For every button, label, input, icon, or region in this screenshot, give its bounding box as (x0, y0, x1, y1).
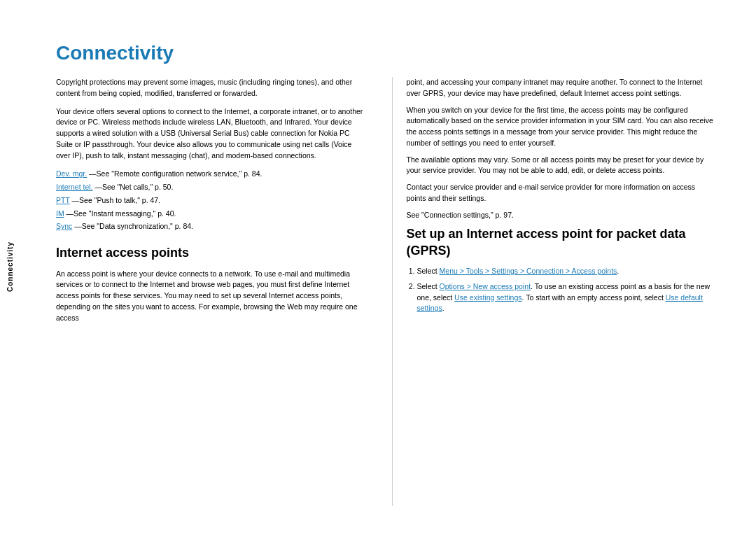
link-ptt-text: —See "Push to talk," p. 47. (72, 196, 161, 204)
side-tab-label: Connectivity (6, 241, 14, 292)
link-internet-tel: Internet tel. —See "Net calls," p. 50. (56, 181, 364, 193)
link-sync-text: —See "Data synchronization," p. 84. (74, 222, 193, 230)
link-ptt: PTT —See "Push to talk," p. 47. (56, 195, 364, 206)
right-para-4: Contact your service provider and e-mail… (407, 182, 715, 204)
right-para-3: The available options may vary. Some or … (407, 155, 715, 177)
page-container: Connectivity Connectivity Copyright prot… (0, 0, 756, 534)
gprs-step-2-link-options[interactable]: Options > New access point (440, 282, 531, 290)
gprs-step-1-link[interactable]: Menu > Tools > Settings > Connection > A… (440, 267, 617, 275)
two-column-layout: Copyright protections may prevent some i… (56, 77, 714, 506)
section-internet-access-title: Internet access points (56, 245, 364, 261)
link-dev-mgr: Dev. mgr. —See "Remote configuration net… (56, 168, 364, 180)
link-ptt-label[interactable]: PTT (56, 196, 70, 204)
link-dev-mgr-label[interactable]: Dev. mgr. (56, 169, 87, 178)
link-internet-tel-text: —See "Net calls," p. 50. (94, 183, 173, 191)
gprs-step-1: Select Menu > Tools > Settings > Connect… (417, 266, 715, 277)
link-im: IM —See "Instant messaging," p. 40. (56, 208, 364, 220)
gprs-steps: Select Menu > Tools > Settings > Connect… (407, 266, 715, 314)
link-im-text: —See "Instant messaging," p. 40. (66, 209, 176, 218)
left-column: Copyright protections may prevent some i… (56, 77, 371, 506)
right-para-5: See "Connection settings," p. 97. (407, 210, 715, 221)
link-im-label[interactable]: IM (56, 209, 64, 218)
side-tab: Connectivity (0, 0, 20, 534)
right-intro-text: point, and accessing your company intran… (407, 77, 715, 99)
intro-para-1: Copyright protections may prevent some i… (56, 77, 364, 99)
link-sync-label[interactable]: Sync (56, 222, 72, 230)
gprs-step-2-link-existing[interactable]: Use existing settings (454, 293, 522, 302)
internet-access-body: An access point is where your device con… (56, 269, 364, 324)
link-internet-tel-label[interactable]: Internet tel. (56, 183, 93, 191)
main-content: Connectivity Copyright protections may p… (28, 0, 756, 534)
page-title: Connectivity (56, 42, 714, 64)
right-para-2: When you switch on your device for the f… (407, 105, 715, 149)
intro-para-2: Your device offers several options to co… (56, 106, 364, 162)
gprs-step-2: Select Options > New access point. To us… (417, 281, 715, 314)
link-dev-mgr-text: —See "Remote configuration network servi… (89, 169, 262, 178)
link-sync: Sync —See "Data synchronization," p. 84. (56, 220, 364, 232)
section-gprs-title: Set up an Internet access point for pack… (407, 226, 715, 259)
right-column: point, and accessing your company intran… (392, 77, 715, 506)
